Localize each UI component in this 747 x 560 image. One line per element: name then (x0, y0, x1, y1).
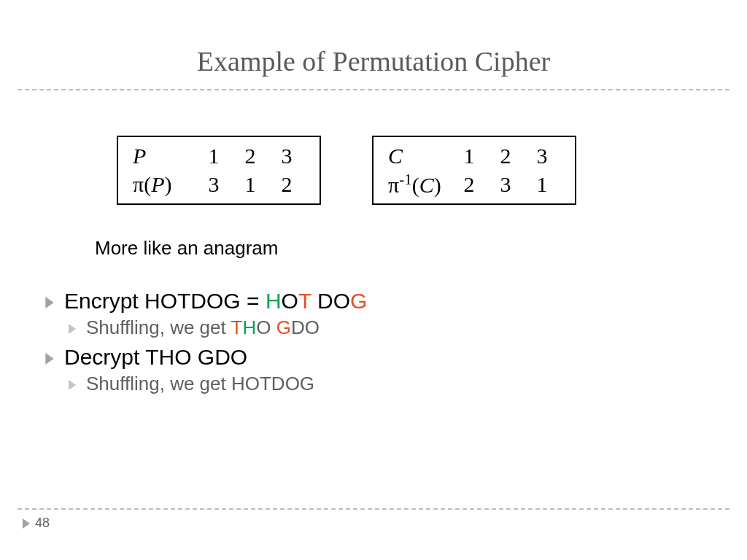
triangle-bullet-icon (69, 373, 76, 395)
slide-title: Example of Permutation Cipher (0, 0, 747, 89)
decrypt-sub-bullet: Shuffling, we get HOTDOG (69, 373, 747, 395)
anagram-note: More like an anagram (95, 237, 747, 260)
encrypt-bullet: Encrypt HOTDOG = HOT DOG (45, 289, 747, 314)
table-c-r1c3: 3 (524, 141, 560, 170)
table-c-r2c3: 1 (524, 170, 560, 199)
table-c-r1c2: 2 (487, 141, 524, 170)
encrypt-sub-text: Shuffling, we get THO GDO (86, 316, 320, 339)
footer-divider (18, 508, 729, 510)
footer: 48 (18, 508, 729, 531)
triangle-bullet-icon (22, 518, 31, 529)
title-divider (18, 89, 729, 90)
table-p-r1c2: 2 (232, 141, 268, 170)
table-c-r2c1: 2 (451, 170, 487, 199)
decrypt-sub-text: Shuffling, we get HOTDOG (86, 373, 314, 395)
triangle-bullet-icon (45, 289, 54, 314)
table-p: P 1 2 3 π(P) 3 1 2 (117, 136, 321, 205)
decrypt-bullet: Decrypt THO GDO (45, 345, 747, 370)
table-p-r2c1: 3 (196, 170, 232, 198)
encrypt-text: Encrypt HOTDOG = HOT DOG (64, 289, 367, 314)
encrypt-sub-bullet: Shuffling, we get THO GDO (69, 316, 747, 339)
table-p-label: P (133, 141, 196, 170)
table-c-label: C (388, 141, 451, 170)
table-c-pi-label: π-1(C) (388, 170, 451, 199)
table-c-r2c2: 3 (487, 170, 524, 199)
table-c-r1c1: 1 (451, 141, 487, 170)
triangle-bullet-icon (45, 345, 54, 370)
table-p-r1c3: 3 (268, 141, 305, 170)
table-p-pi-label: π(P) (133, 170, 196, 198)
decrypt-text: Decrypt THO GDO (64, 345, 247, 370)
table-p-r1c1: 1 (196, 141, 232, 170)
table-p-r2c2: 1 (232, 170, 268, 198)
permutation-tables: P 1 2 3 π(P) 3 1 2 C 1 2 3 π-1(C) 2 3 1 (117, 136, 747, 205)
bullet-list: Encrypt HOTDOG = HOT DOG Shuffling, we g… (45, 289, 747, 395)
table-p-r2c3: 2 (268, 170, 305, 198)
triangle-bullet-icon (69, 316, 76, 339)
table-c: C 1 2 3 π-1(C) 2 3 1 (372, 136, 576, 205)
page-number: 48 (22, 516, 729, 531)
